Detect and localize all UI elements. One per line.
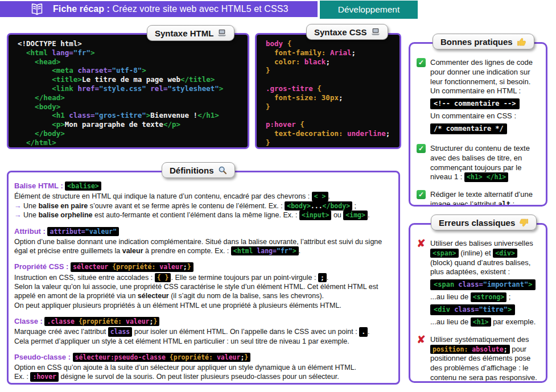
item-line: <span class="important"> bbox=[430, 278, 541, 292]
definition-text: → Une balise orpheline est auto-fermante… bbox=[14, 211, 394, 220]
code-token: color: bbox=[266, 57, 300, 66]
header-bar: Fiche récap : Créez votre site web avec … bbox=[0, 1, 318, 17]
code-line: </html> bbox=[18, 138, 244, 147]
definition-text: → Une balise en paire s’ouvre avant et s… bbox=[14, 201, 394, 211]
inline-code: <img> bbox=[343, 211, 368, 220]
code-token: class bbox=[110, 328, 130, 336]
item-line: Commenter des lignes de code pour donner… bbox=[430, 58, 541, 96]
item-line: Utiliser des balises universelles <span>… bbox=[430, 239, 541, 277]
code-token: < > bbox=[314, 192, 326, 200]
code-token: font-family: bbox=[266, 48, 326, 57]
code-token: > bbox=[142, 66, 146, 75]
check-icon: ✓ bbox=[416, 189, 426, 207]
definition-heading: Pseudo-classe : sélecteur:pseudo-classe … bbox=[14, 353, 394, 362]
code-token bbox=[18, 66, 52, 75]
code-line: <h1 class="gros-titre">Bienvenue !</h1> bbox=[18, 111, 244, 120]
text-segment: par exemple. bbox=[491, 317, 536, 326]
inline-code: <!-- commentaire --> bbox=[430, 98, 520, 109]
item-line: /* commentaire */ bbox=[430, 122, 541, 136]
code-token: "utf-8" bbox=[112, 66, 142, 75]
inline-code: class bbox=[108, 327, 133, 336]
item-line: Utiliser systématiquement des position: … bbox=[430, 335, 541, 383]
text-segment: . bbox=[327, 274, 328, 282]
syntaxe-html-badge: Syntaxe HTML bbox=[147, 25, 234, 41]
code-token: } bbox=[187, 263, 191, 271]
text-segment: alt bbox=[498, 200, 510, 207]
text-segment: valeur bbox=[122, 247, 143, 255]
code-token: position: bbox=[433, 345, 468, 353]
code-line: p:hover { bbox=[266, 120, 396, 129]
text-segment: Option en CSS qu’on ajoute à la suite d’… bbox=[14, 364, 356, 372]
code-token bbox=[18, 102, 35, 111]
code-token bbox=[18, 120, 52, 129]
code-token: ... bbox=[311, 202, 323, 210]
page-title-rest: Créez votre site web avec HTML5 et CSS3 bbox=[110, 4, 288, 14]
good-practices-label: Bonnes pratiques bbox=[440, 37, 513, 47]
item-text: Utiliser systématiquement des position: … bbox=[430, 335, 541, 383]
definition-text: Option d’une balise donnant une indicati… bbox=[14, 237, 394, 256]
css-code: body { font-family: Arial; color: black;… bbox=[257, 35, 400, 151]
code-token: sélecteur:pseudo-classe bbox=[75, 353, 166, 361]
definition-item: Balise HTML : <balise>Élément de structu… bbox=[14, 181, 394, 220]
inline-code: sélecteur {propriété: valeur;} bbox=[71, 262, 193, 271]
code-line: text-decoration: underline; bbox=[266, 129, 396, 138]
code-token: "fr" bbox=[277, 247, 293, 255]
code-token: <h1> bbox=[473, 318, 489, 326]
laptop-icon bbox=[217, 29, 226, 37]
code-token: { bbox=[313, 84, 322, 93]
item-line: <div class="titre"> bbox=[430, 303, 541, 317]
text-segment: Rédiger le texte alternatif d’une image … bbox=[430, 190, 533, 207]
code-token: Arial bbox=[326, 48, 351, 57]
code-token: <p> bbox=[52, 120, 65, 129]
definition-text: Cela permet d’appliquer un style à cet é… bbox=[14, 337, 394, 346]
code-token: body bbox=[266, 39, 283, 48]
code-token: "style.css" bbox=[99, 84, 146, 93]
error-item: ✘Utiliser systématiquement des position:… bbox=[416, 335, 541, 383]
code-line bbox=[266, 75, 396, 84]
check-icon: ✓ bbox=[416, 143, 426, 183]
code-token: } bbox=[266, 138, 270, 147]
check-icon: ✓ bbox=[417, 58, 426, 67]
code-line: .gros-titre { bbox=[266, 84, 396, 93]
inline-code: <body>...</body> bbox=[285, 201, 352, 211]
code-token: /* commentaire */ bbox=[434, 125, 504, 133]
code-line: color: black; bbox=[266, 57, 396, 67]
item-line: Rédiger le texte alternatif d’une image … bbox=[430, 190, 541, 207]
code-token: class= bbox=[454, 280, 483, 288]
practice-item: ✓Structurer du contenu de texte avec des… bbox=[416, 143, 541, 183]
good-practices-panel: ✓Commenter des lignes de code pour donne… bbox=[409, 42, 547, 207]
definition-item: Attribut : attribut="valeur"Option d’une… bbox=[14, 227, 394, 256]
magnifier-icon bbox=[218, 166, 227, 175]
code-line: font-family: Arial; bbox=[266, 48, 396, 57]
code-token: <h1 bbox=[52, 111, 65, 119]
text-segment: sélecteur bbox=[138, 292, 169, 300]
code-token: <div> bbox=[495, 249, 515, 257]
code-token: <meta bbox=[52, 66, 73, 75]
inline-code: { } bbox=[155, 273, 171, 282]
text-segment: Ex. : bbox=[14, 373, 30, 381]
code-token: p:hover bbox=[266, 120, 296, 129]
text-segment: Pseudo-classe : bbox=[14, 353, 73, 361]
inline-code: :hover bbox=[30, 372, 59, 381]
code-token bbox=[18, 111, 52, 119]
text-segment: . bbox=[299, 247, 300, 255]
code-token: class= bbox=[65, 111, 95, 119]
inline-code: ; bbox=[318, 273, 327, 282]
text-segment: Élément de structure en HTML qui indique… bbox=[14, 192, 312, 200]
text-segment: balise en paire bbox=[38, 202, 88, 210]
code-token: text-decoration: bbox=[266, 129, 343, 138]
text-segment: à prendre en compte. Ex. : bbox=[143, 247, 231, 255]
inline-code: <balise> bbox=[65, 181, 101, 191]
code-token: {propriété: bbox=[108, 263, 155, 271]
code-token: lang= bbox=[253, 247, 277, 255]
code-token bbox=[18, 75, 52, 84]
css-code-panel: body { font-family: Arial; color: black;… bbox=[255, 33, 401, 149]
code-line: <link href="style.css" rel="stylesheet"> bbox=[18, 84, 244, 93]
code-token bbox=[18, 57, 35, 66]
definition-text: Instruction en CSS, située entre accolad… bbox=[14, 273, 394, 282]
code-token: font-size: bbox=[266, 93, 317, 102]
check-icon: ✓ bbox=[417, 144, 426, 153]
definition-heading: Balise HTML : <balise> bbox=[14, 181, 394, 191]
text-segment: Utiliser des balises universelles bbox=[430, 239, 533, 247]
cross-icon: ✘ bbox=[416, 335, 426, 383]
